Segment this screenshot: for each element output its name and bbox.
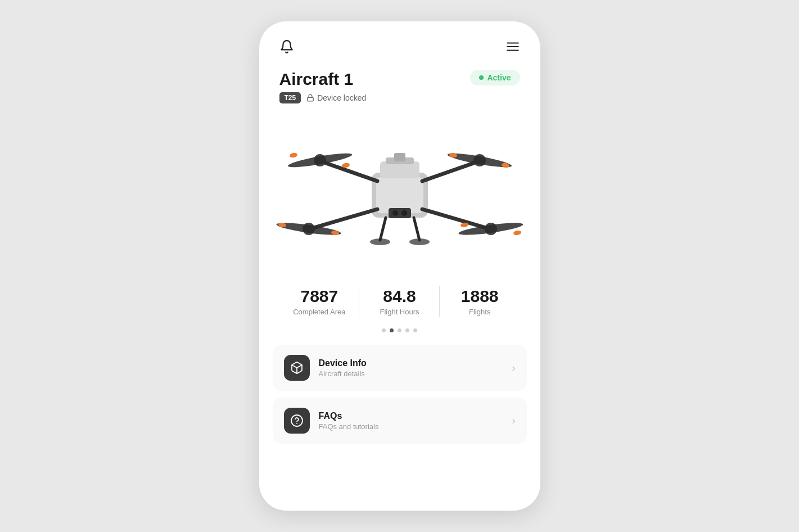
stat-number-hours: 84.8 [365, 287, 434, 305]
lock-label: Device locked [306, 93, 366, 102]
dot-3[interactable] [398, 328, 401, 332]
device-info-card[interactable]: Device Info Aircraft details › [273, 345, 527, 391]
svg-point-34 [401, 210, 407, 216]
dot-1[interactable] [382, 328, 386, 332]
device-info-title: Device Info [319, 358, 503, 368]
subtitle-row: T25 Device locked [259, 92, 540, 103]
svg-line-10 [310, 209, 377, 229]
device-info-subtitle: Aircraft details [319, 369, 503, 378]
device-info-icon-box [284, 355, 310, 381]
model-tag: T25 [279, 92, 301, 103]
svg-rect-3 [308, 97, 314, 101]
svg-line-29 [414, 218, 419, 240]
stat-flight-hours: 84.8 Flight Hours [359, 282, 440, 321]
stat-number-area: 7887 [285, 287, 354, 305]
faqs-text: FAQs FAQs and tutorials [319, 411, 503, 431]
status-label: Active [487, 73, 511, 82]
svg-line-11 [422, 209, 490, 229]
faqs-subtitle: FAQs and tutorials [319, 422, 503, 431]
svg-point-27 [513, 230, 521, 236]
svg-rect-5 [376, 177, 423, 213]
stat-flights: 1888 Flights [440, 282, 520, 321]
stat-label-hours: Flight Hours [365, 308, 434, 316]
stat-label-flights: Flights [445, 308, 514, 316]
dot-5[interactable] [413, 328, 417, 332]
stats-container: 7887 Completed Area 84.8 Flight Hours 18… [259, 277, 540, 321]
bell-icon[interactable] [279, 39, 294, 56]
faqs-chevron: › [512, 415, 516, 427]
status-badge: Active [470, 70, 520, 85]
stat-completed-area: 7887 Completed Area [279, 282, 360, 321]
svg-point-33 [392, 210, 398, 216]
svg-line-28 [380, 218, 386, 240]
phone-container: Aircraft 1 Active T25 Device locked [259, 21, 540, 511]
stat-label-area: Completed Area [285, 308, 354, 316]
menu-section: Device Info Aircraft details › FAQs FAQs… [259, 345, 540, 444]
svg-point-31 [409, 238, 430, 245]
svg-point-37 [291, 415, 303, 426]
header-row: Aircraft 1 Active [259, 70, 540, 89]
svg-rect-35 [394, 153, 405, 161]
faqs-card[interactable]: FAQs FAQs and tutorials › [273, 398, 527, 444]
drone-svg [276, 119, 523, 265]
svg-point-30 [370, 238, 390, 245]
dot-2[interactable] [390, 328, 394, 332]
stat-number-flights: 1888 [445, 287, 514, 305]
device-info-chevron: › [512, 362, 516, 374]
device-info-text: Device Info Aircraft details [319, 358, 503, 378]
svg-point-19 [446, 151, 512, 170]
active-dot [479, 75, 484, 80]
hamburger-icon[interactable] [505, 39, 520, 56]
dot-4[interactable] [405, 328, 409, 332]
drone-image [259, 114, 540, 277]
faqs-icon-box [284, 408, 310, 434]
faqs-title: FAQs [319, 411, 503, 421]
svg-point-17 [289, 152, 297, 158]
svg-rect-32 [389, 208, 411, 218]
aircraft-title: Aircraft 1 [279, 70, 354, 89]
svg-line-9 [422, 161, 479, 181]
pagination-dots [259, 328, 540, 332]
top-bar [259, 39, 540, 56]
